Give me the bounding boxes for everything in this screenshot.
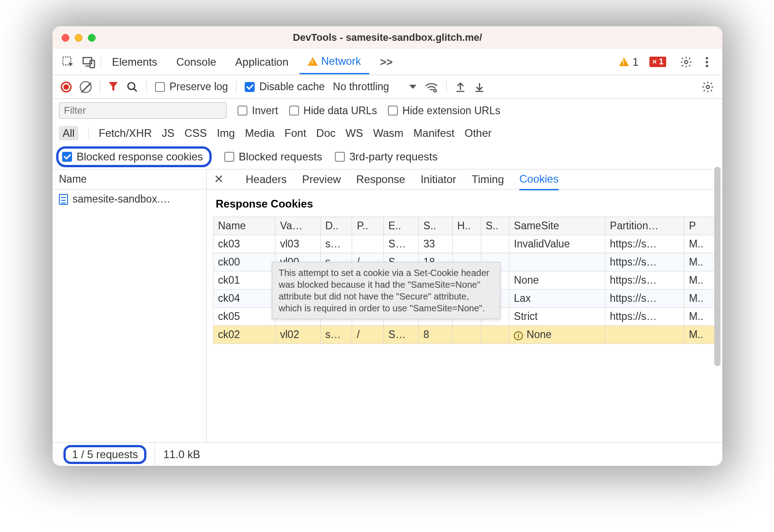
table-cell: https://s… <box>605 235 684 253</box>
table-cell: M.. <box>684 290 716 308</box>
table-cell: M.. <box>684 253 716 271</box>
hide-data-urls-checkbox[interactable]: Hide data URLs <box>289 105 377 117</box>
table-cell: iNone <box>509 326 605 344</box>
search-icon[interactable] <box>126 81 138 93</box>
network-conditions-icon[interactable] <box>425 81 438 93</box>
hide-data-label: Hide data URLs <box>304 105 377 117</box>
table-header-row[interactable]: NameVa…D..P..E..S..H..S..SameSitePartiti… <box>213 217 716 235</box>
table-cell: Lax <box>509 290 605 308</box>
detail-pane: ✕ Headers Preview Response Initiator Tim… <box>207 169 722 442</box>
device-toggle-icon[interactable] <box>80 53 98 71</box>
svg-point-6 <box>706 64 708 67</box>
table-cell: ck02 <box>213 326 276 344</box>
type-other[interactable]: Other <box>464 127 492 140</box>
table-header-cell[interactable]: Va… <box>276 217 321 235</box>
throttling-select[interactable]: No throttling <box>333 81 416 93</box>
network-settings-icon[interactable] <box>701 81 714 93</box>
type-ws[interactable]: WS <box>346 127 363 140</box>
type-doc[interactable]: Doc <box>316 127 336 140</box>
table-header-cell[interactable]: Partition… <box>605 217 684 235</box>
detail-tab-preview[interactable]: Preview <box>302 173 341 186</box>
table-header-cell[interactable]: D.. <box>320 217 352 235</box>
filter-toggle-icon[interactable] <box>108 82 118 92</box>
requests-count: 1 / 5 requests <box>72 448 138 460</box>
invert-checkbox[interactable]: Invert <box>237 105 278 117</box>
detail-tab-headers[interactable]: Headers <box>246 173 287 186</box>
titlebar: DevTools - samesite-sandbox.glitch.me/ <box>53 26 722 49</box>
inspect-icon[interactable] <box>59 53 77 71</box>
table-cell: s… <box>320 235 352 253</box>
table-cell <box>509 253 605 271</box>
upload-har-icon[interactable] <box>455 81 466 93</box>
kebab-menu-icon[interactable] <box>698 53 716 71</box>
blocked-requests-checkbox[interactable]: Blocked requests <box>224 150 322 163</box>
detail-tab-response[interactable]: Response <box>356 173 405 186</box>
type-fetch-xhr[interactable]: Fetch/XHR <box>99 127 152 140</box>
table-row[interactable]: ck03vl03s…S…33InvalidValuehttps://s…M.. <box>213 235 716 253</box>
table-header-cell[interactable]: E.. <box>384 217 419 235</box>
type-wasm[interactable]: Wasm <box>373 127 403 140</box>
detail-tab-timing[interactable]: Timing <box>472 173 504 186</box>
type-js[interactable]: JS <box>162 127 174 140</box>
type-manifest[interactable]: Manifest <box>413 127 455 140</box>
status-transfer-cell: 11.0 kB <box>155 443 208 466</box>
download-har-icon[interactable] <box>474 81 485 93</box>
warning-count: 1 <box>633 56 639 68</box>
close-detail-button[interactable]: ✕ <box>214 172 230 186</box>
record-button[interactable] <box>61 82 72 92</box>
clear-button[interactable] <box>80 81 92 93</box>
table-cell: M.. <box>684 308 716 326</box>
type-img[interactable]: Img <box>217 127 235 140</box>
type-css[interactable]: CSS <box>184 127 207 140</box>
blocked-response-cookies-highlight: Blocked response cookies <box>56 146 212 167</box>
tab-application[interactable]: Application <box>227 49 296 75</box>
third-party-requests-checkbox[interactable]: 3rd-party requests <box>335 150 438 163</box>
scrollbar[interactable] <box>714 167 721 366</box>
detail-tabstrip: ✕ Headers Preview Response Initiator Tim… <box>207 169 722 189</box>
table-cell: vl02 <box>276 326 321 344</box>
response-cookies-title: Response Cookies <box>207 189 722 217</box>
tab-console[interactable]: Console <box>168 49 224 75</box>
table-cell: S… <box>384 235 419 253</box>
table-header-cell[interactable]: SameSite <box>509 217 605 235</box>
chevron-down-icon <box>409 85 416 89</box>
filter-input[interactable] <box>59 102 227 119</box>
table-header-cell[interactable]: Name <box>213 217 276 235</box>
more-tabs-button[interactable]: >> <box>372 49 401 75</box>
disable-cache-checkbox[interactable]: Disable cache <box>245 81 324 93</box>
table-cell: ck00 <box>213 253 276 271</box>
blocked-response-cookies-checkbox[interactable]: Blocked response cookies <box>62 150 203 163</box>
issues-warning-badge[interactable]: 1 <box>619 56 639 68</box>
issues-error-badge[interactable]: 1 <box>649 57 666 67</box>
detail-tab-initiator[interactable]: Initiator <box>421 173 456 186</box>
checkbox-icon <box>289 106 299 116</box>
request-list-header[interactable]: Name <box>53 169 206 189</box>
tab-network[interactable]: Network <box>300 49 369 74</box>
preserve-log-checkbox[interactable]: Preserve log <box>155 81 228 93</box>
hide-extension-urls-checkbox[interactable]: Hide extension URLs <box>388 105 500 117</box>
table-cell <box>481 235 509 253</box>
tab-elements[interactable]: Elements <box>104 49 165 75</box>
table-cell: InvalidValue <box>509 235 605 253</box>
table-header-cell[interactable]: S.. <box>419 217 453 235</box>
table-row[interactable]: ck02vl02s…/S…8iNoneM.. <box>213 326 716 344</box>
table-header-cell[interactable]: P <box>684 217 716 235</box>
table-header-cell[interactable]: S.. <box>481 217 509 235</box>
svg-point-7 <box>128 82 135 89</box>
settings-icon[interactable] <box>677 53 695 71</box>
type-all[interactable]: All <box>59 126 78 140</box>
type-font[interactable]: Font <box>285 127 306 140</box>
table-header-cell[interactable]: P.. <box>352 217 384 235</box>
table-cell: https://s… <box>605 290 684 308</box>
table-cell: vl03 <box>276 235 321 253</box>
info-icon[interactable]: i <box>514 331 523 340</box>
status-requests-cell: 1 / 5 requests <box>53 443 155 466</box>
type-media[interactable]: Media <box>245 127 274 140</box>
divider <box>101 55 101 69</box>
table-header-cell[interactable]: H.. <box>453 217 481 235</box>
table-cell: M.. <box>684 271 716 290</box>
resource-type-row: All Fetch/XHR JS CSS Img Media Font Doc … <box>53 122 722 144</box>
detail-tab-cookies[interactable]: Cookies <box>519 173 559 190</box>
request-row[interactable]: samesite-sandbox.… <box>53 189 206 209</box>
options-row: Blocked response cookies Blocked request… <box>53 144 722 169</box>
